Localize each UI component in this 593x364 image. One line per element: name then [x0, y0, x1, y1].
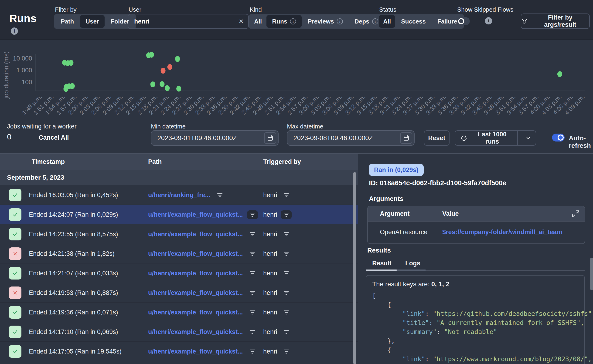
clear-user-icon[interactable]: ✕: [238, 18, 244, 25]
row-filter-icon[interactable]: [247, 249, 258, 258]
table-row[interactable]: Ended 14:17:10 (Ran in 0,069s)u/henri/ex…: [0, 322, 358, 342]
auto-refresh-toggle[interactable]: [552, 134, 565, 142]
cancel-all-button[interactable]: Cancel All: [39, 134, 69, 141]
row-filter-icon[interactable]: [215, 191, 225, 200]
run-path-link[interactable]: u/henri/example_flow_quickst...: [148, 309, 243, 316]
argument-value-link[interactable]: $res:f/company-folder/windmill_ai_team: [442, 228, 562, 236]
table-row[interactable]: Ended 14:23:55 (Ran in 8,575s)u/henri/ex…: [0, 224, 358, 244]
row-filter-icon[interactable]: [247, 269, 258, 278]
row-filter-icon[interactable]: [281, 230, 292, 239]
last-runs-button[interactable]: Last 1000 runs: [455, 130, 536, 146]
json-line: "link": "https://github.com/deadbeefsoci…: [372, 309, 593, 318]
chart-point-success[interactable]: [151, 81, 155, 87]
row-filter-icon[interactable]: [247, 230, 258, 239]
row-filter-icon[interactable]: [281, 308, 292, 317]
run-path-link[interactable]: u/henri/example_flow_quickst...: [148, 231, 243, 238]
table-row[interactable]: Ended 14:21:07 (Ran in 0,033s)u/henri/ex…: [0, 263, 358, 283]
result-keys: 0, 1, 2: [431, 280, 449, 288]
json-line: "link": "https://www.markround.com/blog/…: [372, 354, 593, 364]
chart-point-success[interactable]: [70, 83, 75, 89]
date-group-row: September 5, 2023: [0, 170, 358, 185]
row-filter-icon[interactable]: [281, 249, 292, 258]
row-filter-icon[interactable]: [247, 347, 258, 356]
chart-point-success[interactable]: [175, 56, 180, 62]
table-scrollbar[interactable]: [353, 172, 356, 364]
row-filter-icon[interactable]: [281, 328, 292, 336]
table-row[interactable]: Ended 14:19:53 (Ran in 0,887s)u/henri/ex…: [0, 283, 358, 303]
chart-point-success[interactable]: [557, 71, 562, 77]
triggered-by-cell: henri: [263, 185, 292, 205]
filter-by-path-button[interactable]: Path: [55, 15, 79, 28]
run-timestamp: Ended 14:21:38 (Ran in 1,82s): [29, 244, 115, 263]
triggered-by-cell: henri: [263, 322, 292, 342]
chart-point-success[interactable]: [159, 81, 165, 87]
min-datetime-input[interactable]: 2023-09-01T09:46:00.000Z: [151, 130, 279, 146]
run-path-cell: u/henri/example_flow_quickst...: [148, 224, 258, 244]
y-tick-label: 100: [22, 79, 32, 86]
table-row[interactable]: Ended 14:24:07 (Ran in 0,029s)u/henri/ex…: [0, 205, 358, 224]
kind-all-button[interactable]: All: [250, 15, 266, 28]
run-path-link[interactable]: u/henri/example_flow_quickst...: [148, 270, 243, 277]
chart-point-success[interactable]: [176, 86, 181, 92]
last-runs-label: Last 1000 runs: [470, 131, 514, 145]
chart-point-failure[interactable]: [161, 68, 166, 73]
runs-info-icon[interactable]: i: [11, 27, 18, 35]
kind-control: All Runs i Previews i Deps i: [249, 14, 385, 29]
runs-info-circle-icon[interactable]: i: [290, 18, 296, 25]
min-calendar-icon[interactable]: [264, 132, 276, 144]
chart-point-success[interactable]: [68, 60, 73, 66]
expand-arguments-button[interactable]: [571, 209, 580, 219]
kind-previews-button[interactable]: Previews i: [302, 15, 349, 28]
row-filter-icon[interactable]: [247, 210, 258, 219]
col-header-triggered-by: Triggered by: [263, 158, 301, 165]
table-row[interactable]: Ended 14:17:05 (Ran in 19,545s)u/henri/e…: [0, 342, 358, 361]
tab-logs[interactable]: Logs: [405, 260, 420, 267]
row-filter-icon[interactable]: [281, 191, 292, 200]
tab-result[interactable]: Result: [372, 260, 392, 267]
show-skipped-toggle[interactable]: [457, 17, 470, 25]
kind-runs-button[interactable]: Runs i: [266, 15, 302, 28]
row-filter-icon[interactable]: [281, 210, 292, 219]
row-filter-icon[interactable]: [281, 269, 292, 278]
run-path-link[interactable]: u/henri/example_flow_quickst...: [148, 211, 243, 218]
row-filter-icon[interactable]: [281, 347, 292, 356]
run-path-link[interactable]: u/henri/example_flow_quickst...: [148, 289, 243, 297]
user-input[interactable]: henri ✕: [128, 14, 249, 29]
results-title: Results: [367, 247, 391, 254]
table-row[interactable]: Ended 14:21:38 (Ran in 1,82s)u/henri/exa…: [0, 244, 358, 263]
runs-chart[interactable]: job duration (ms)10 0001 0001001:48 p.m.…: [0, 40, 593, 131]
run-path-cell: u/henri/example_flow_quickst...: [148, 322, 258, 342]
deps-info-circle-icon[interactable]: i: [372, 18, 378, 25]
row-filter-icon[interactable]: [247, 328, 258, 336]
run-path-link[interactable]: u/henri/example_flow_quickst...: [148, 250, 243, 257]
status-success-button[interactable]: Success: [395, 15, 431, 28]
result-json[interactable]: [ { "link": "https://github.com/deadbeef…: [372, 291, 593, 364]
previews-info-circle-icon[interactable]: i: [337, 18, 343, 25]
triggered-by-cell: henri: [263, 342, 292, 361]
run-path-link[interactable]: u/henri/ranking_fre...: [148, 192, 210, 199]
argument-name: OpenAI resource: [380, 228, 427, 236]
triggered-by-cell: henri: [263, 283, 292, 303]
status-all-button[interactable]: All: [379, 15, 395, 28]
run-timestamp: Ended 16:03:05 (Ran in 0,452s): [29, 185, 118, 205]
filter-args-result-button[interactable]: Filter by args/result: [521, 13, 590, 29]
status-control: All Success Failure: [378, 14, 464, 29]
run-path-link[interactable]: u/henri/example_flow_quickst...: [148, 348, 243, 355]
run-path-link[interactable]: u/henri/example_flow_quickst...: [148, 328, 243, 336]
chart-point-success[interactable]: [149, 52, 154, 58]
row-filter-icon[interactable]: [281, 289, 292, 297]
row-filter-icon[interactable]: [247, 308, 258, 317]
chart-point-failure[interactable]: [167, 64, 172, 70]
filter-by-label: Filter by: [55, 6, 76, 13]
last-runs-dropdown-button[interactable]: [521, 135, 536, 141]
reset-button[interactable]: Reset: [424, 130, 449, 146]
page-scrollbar[interactable]: [590, 258, 593, 290]
max-datetime-input[interactable]: 2023-09-08T09:46:00.000Z: [287, 130, 415, 146]
row-filter-icon[interactable]: [247, 289, 258, 297]
table-row[interactable]: Ended 16:03:05 (Ran in 0,452s)u/henri/ra…: [0, 185, 358, 205]
max-calendar-icon[interactable]: [400, 132, 412, 144]
chart-point-success[interactable]: [165, 85, 170, 91]
show-skipped-info-icon[interactable]: i: [485, 17, 492, 25]
table-row[interactable]: Ended 14:19:36 (Ran in 0,071s)u/henri/ex…: [0, 303, 358, 322]
filter-by-user-button[interactable]: User: [80, 15, 105, 28]
